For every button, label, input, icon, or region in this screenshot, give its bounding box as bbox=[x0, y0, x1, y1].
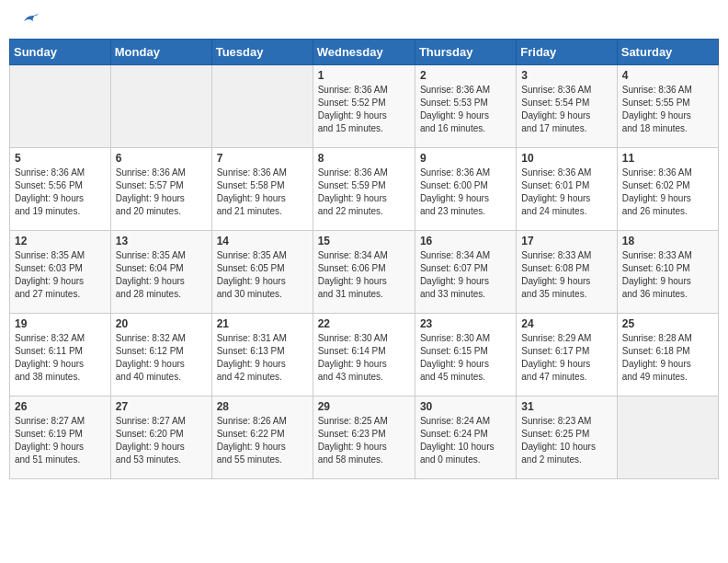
calendar-cell: 9Sunrise: 8:36 AM Sunset: 6:00 PM Daylig… bbox=[415, 148, 516, 231]
calendar-cell: 5Sunrise: 8:36 AM Sunset: 5:56 PM Daylig… bbox=[10, 148, 111, 231]
day-number: 13 bbox=[116, 235, 207, 247]
day-number: 24 bbox=[521, 317, 611, 330]
day-info: Sunrise: 8:36 AM Sunset: 6:01 PM Dayligh… bbox=[521, 167, 611, 218]
calendar-cell bbox=[110, 65, 211, 148]
day-number: 28 bbox=[217, 400, 308, 413]
day-number: 8 bbox=[318, 152, 410, 165]
day-info: Sunrise: 8:35 AM Sunset: 6:03 PM Dayligh… bbox=[15, 249, 106, 301]
day-number: 5 bbox=[15, 152, 106, 165]
day-info: Sunrise: 8:34 AM Sunset: 6:06 PM Dayligh… bbox=[318, 249, 410, 301]
calendar-cell: 30Sunrise: 8:24 AM Sunset: 6:24 PM Dayli… bbox=[415, 396, 516, 479]
day-number: 14 bbox=[217, 235, 308, 247]
calendar-cell: 6Sunrise: 8:36 AM Sunset: 5:57 PM Daylig… bbox=[110, 148, 211, 231]
calendar-cell: 27Sunrise: 8:27 AM Sunset: 6:20 PM Dayli… bbox=[110, 396, 211, 479]
day-number: 30 bbox=[420, 400, 511, 413]
calendar-header-saturday: Saturday bbox=[617, 40, 718, 65]
calendar-cell: 3Sunrise: 8:36 AM Sunset: 5:54 PM Daylig… bbox=[517, 65, 617, 148]
day-number: 21 bbox=[217, 317, 308, 330]
day-number: 18 bbox=[622, 235, 713, 247]
calendar-cell: 21Sunrise: 8:31 AM Sunset: 6:13 PM Dayli… bbox=[211, 314, 313, 396]
calendar-header-wednesday: Wednesday bbox=[313, 40, 415, 65]
day-info: Sunrise: 8:26 AM Sunset: 6:22 PM Dayligh… bbox=[217, 415, 308, 466]
calendar-cell: 23Sunrise: 8:30 AM Sunset: 6:15 PM Dayli… bbox=[415, 314, 516, 396]
calendar-cell: 19Sunrise: 8:32 AM Sunset: 6:11 PM Dayli… bbox=[10, 314, 111, 396]
day-number: 12 bbox=[15, 235, 106, 247]
calendar-body: 1Sunrise: 8:36 AM Sunset: 5:52 PM Daylig… bbox=[10, 65, 719, 479]
day-number: 1 bbox=[318, 69, 410, 82]
calendar-cell: 10Sunrise: 8:36 AM Sunset: 6:01 PM Dayli… bbox=[517, 148, 617, 231]
day-info: Sunrise: 8:23 AM Sunset: 6:25 PM Dayligh… bbox=[521, 415, 611, 466]
day-number: 10 bbox=[521, 152, 611, 165]
day-info: Sunrise: 8:31 AM Sunset: 6:13 PM Dayligh… bbox=[217, 332, 308, 384]
calendar-cell: 18Sunrise: 8:33 AM Sunset: 6:10 PM Dayli… bbox=[617, 231, 718, 314]
calendar-cell: 12Sunrise: 8:35 AM Sunset: 6:03 PM Dayli… bbox=[10, 231, 111, 314]
calendar-week-4: 19Sunrise: 8:32 AM Sunset: 6:11 PM Dayli… bbox=[10, 314, 719, 396]
calendar-cell bbox=[10, 65, 111, 148]
day-number: 3 bbox=[521, 69, 611, 82]
calendar-cell: 22Sunrise: 8:30 AM Sunset: 6:14 PM Dayli… bbox=[313, 314, 415, 396]
calendar-header-row: SundayMondayTuesdayWednesdayThursdayFrid… bbox=[10, 40, 719, 65]
day-info: Sunrise: 8:36 AM Sunset: 5:57 PM Dayligh… bbox=[116, 167, 207, 218]
calendar-header-monday: Monday bbox=[110, 40, 211, 65]
day-info: Sunrise: 8:30 AM Sunset: 6:15 PM Dayligh… bbox=[420, 332, 511, 384]
day-number: 15 bbox=[318, 235, 410, 247]
calendar-cell: 15Sunrise: 8:34 AM Sunset: 6:06 PM Dayli… bbox=[313, 231, 415, 314]
calendar-week-2: 5Sunrise: 8:36 AM Sunset: 5:56 PM Daylig… bbox=[10, 148, 719, 231]
day-info: Sunrise: 8:33 AM Sunset: 6:10 PM Dayligh… bbox=[622, 249, 713, 301]
calendar-cell: 11Sunrise: 8:36 AM Sunset: 6:02 PM Dayli… bbox=[617, 148, 718, 231]
calendar-header-sunday: Sunday bbox=[10, 40, 111, 65]
day-info: Sunrise: 8:36 AM Sunset: 6:00 PM Dayligh… bbox=[420, 167, 511, 218]
day-info: Sunrise: 8:30 AM Sunset: 6:14 PM Dayligh… bbox=[318, 332, 410, 384]
calendar-table: SundayMondayTuesdayWednesdayThursdayFrid… bbox=[9, 39, 719, 479]
day-info: Sunrise: 8:27 AM Sunset: 6:20 PM Dayligh… bbox=[116, 415, 207, 466]
calendar-week-3: 12Sunrise: 8:35 AM Sunset: 6:03 PM Dayli… bbox=[10, 231, 719, 314]
day-info: Sunrise: 8:27 AM Sunset: 6:19 PM Dayligh… bbox=[15, 415, 106, 466]
calendar-cell: 20Sunrise: 8:32 AM Sunset: 6:12 PM Dayli… bbox=[110, 314, 211, 396]
day-number: 19 bbox=[15, 317, 106, 330]
calendar-cell: 14Sunrise: 8:35 AM Sunset: 6:05 PM Dayli… bbox=[211, 231, 313, 314]
calendar-cell: 13Sunrise: 8:35 AM Sunset: 6:04 PM Dayli… bbox=[110, 231, 211, 314]
day-number: 22 bbox=[318, 317, 410, 330]
calendar-cell: 7Sunrise: 8:36 AM Sunset: 5:58 PM Daylig… bbox=[211, 148, 313, 231]
calendar-cell bbox=[617, 396, 718, 479]
day-number: 31 bbox=[521, 400, 611, 413]
calendar-cell: 24Sunrise: 8:29 AM Sunset: 6:17 PM Dayli… bbox=[517, 314, 617, 396]
logo bbox=[17, 13, 39, 28]
day-info: Sunrise: 8:24 AM Sunset: 6:24 PM Dayligh… bbox=[420, 415, 511, 466]
day-number: 17 bbox=[521, 235, 611, 247]
day-number: 20 bbox=[116, 317, 207, 330]
day-info: Sunrise: 8:36 AM Sunset: 5:56 PM Dayligh… bbox=[15, 167, 106, 218]
calendar-week-5: 26Sunrise: 8:27 AM Sunset: 6:19 PM Dayli… bbox=[10, 396, 719, 479]
calendar-cell: 17Sunrise: 8:33 AM Sunset: 6:08 PM Dayli… bbox=[517, 231, 617, 314]
day-info: Sunrise: 8:32 AM Sunset: 6:12 PM Dayligh… bbox=[116, 332, 207, 384]
page-header bbox=[9, 9, 719, 31]
day-info: Sunrise: 8:33 AM Sunset: 6:08 PM Dayligh… bbox=[521, 249, 611, 301]
day-info: Sunrise: 8:35 AM Sunset: 6:05 PM Dayligh… bbox=[217, 249, 308, 301]
day-number: 11 bbox=[622, 152, 713, 165]
calendar-cell: 1Sunrise: 8:36 AM Sunset: 5:52 PM Daylig… bbox=[313, 65, 415, 148]
day-number: 4 bbox=[622, 69, 713, 82]
day-info: Sunrise: 8:36 AM Sunset: 6:02 PM Dayligh… bbox=[622, 167, 713, 218]
day-info: Sunrise: 8:36 AM Sunset: 5:55 PM Dayligh… bbox=[622, 84, 713, 135]
calendar-cell: 25Sunrise: 8:28 AM Sunset: 6:18 PM Dayli… bbox=[617, 314, 718, 396]
day-info: Sunrise: 8:36 AM Sunset: 5:52 PM Dayligh… bbox=[318, 84, 410, 135]
day-info: Sunrise: 8:36 AM Sunset: 5:58 PM Dayligh… bbox=[217, 167, 308, 218]
calendar-cell: 4Sunrise: 8:36 AM Sunset: 5:55 PM Daylig… bbox=[617, 65, 718, 148]
day-number: 7 bbox=[217, 152, 308, 165]
calendar-header-thursday: Thursday bbox=[415, 40, 516, 65]
day-info: Sunrise: 8:36 AM Sunset: 5:54 PM Dayligh… bbox=[521, 84, 611, 135]
day-info: Sunrise: 8:35 AM Sunset: 6:04 PM Dayligh… bbox=[116, 249, 207, 301]
day-info: Sunrise: 8:34 AM Sunset: 6:07 PM Dayligh… bbox=[420, 249, 511, 301]
day-number: 26 bbox=[15, 400, 106, 413]
day-number: 23 bbox=[420, 317, 511, 330]
day-info: Sunrise: 8:29 AM Sunset: 6:17 PM Dayligh… bbox=[521, 332, 611, 384]
day-number: 9 bbox=[420, 152, 511, 165]
calendar-cell: 28Sunrise: 8:26 AM Sunset: 6:22 PM Dayli… bbox=[211, 396, 313, 479]
calendar-header-friday: Friday bbox=[517, 40, 617, 65]
day-number: 16 bbox=[420, 235, 511, 247]
day-number: 25 bbox=[622, 317, 713, 330]
calendar-cell: 16Sunrise: 8:34 AM Sunset: 6:07 PM Dayli… bbox=[415, 231, 516, 314]
day-info: Sunrise: 8:32 AM Sunset: 6:11 PM Dayligh… bbox=[15, 332, 106, 384]
day-info: Sunrise: 8:25 AM Sunset: 6:23 PM Dayligh… bbox=[318, 415, 410, 466]
calendar-cell: 2Sunrise: 8:36 AM Sunset: 5:53 PM Daylig… bbox=[415, 65, 516, 148]
